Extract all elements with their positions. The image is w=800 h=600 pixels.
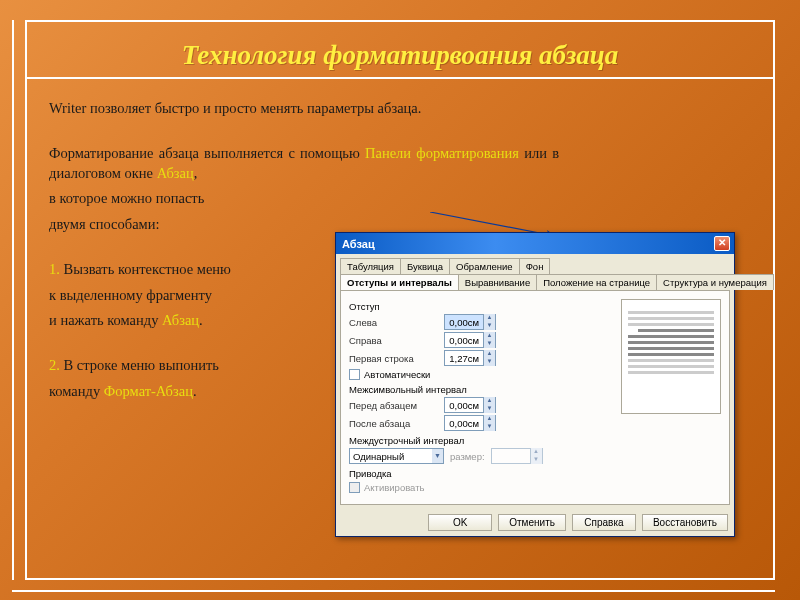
tab-dropcap[interactable]: Буквица	[400, 258, 450, 274]
label-before: Перед абзацем	[349, 400, 444, 411]
highlight-panel: Панели форматирования	[365, 145, 519, 161]
row-after: После абзаца 0,00см▲▼	[349, 415, 721, 431]
tabs-row-2: Отступы и интервалы Выравнивание Положен…	[336, 274, 734, 290]
decor-left-rule	[12, 20, 14, 580]
chevron-down-icon[interactable]: ▼	[432, 449, 443, 463]
help-button[interactable]: Справка	[572, 514, 636, 531]
tab-pageposition[interactable]: Положение на странице	[536, 274, 657, 290]
dialog-panel: Отступ Слева 0,00см▲▼ Справа 0,00см▲▼ Пе…	[340, 290, 730, 505]
select-line[interactable]: Одинарный ▼	[349, 448, 444, 464]
chevron-up-icon[interactable]: ▲	[483, 314, 495, 322]
title-underline	[27, 77, 773, 79]
tabs-row-1: Табуляция Буквица Обрамление Фон	[336, 254, 734, 274]
dialog-title: Абзац	[342, 238, 375, 250]
paragraph-preview	[621, 299, 721, 414]
line-3: в которое можно попасть	[49, 189, 751, 209]
section-register: Приводка	[349, 468, 721, 479]
row-line: Одинарный ▼ размер: ▲▼	[349, 448, 721, 464]
spinner-first[interactable]: 1,27см▲▼	[444, 350, 496, 366]
chevron-down-icon[interactable]: ▼	[483, 322, 495, 330]
section-line: Междустрочный интервал	[349, 435, 721, 446]
label-after: После абзаца	[349, 418, 444, 429]
paragraph-intro: Writer позволяет быстро и просто менять …	[49, 99, 751, 119]
dialog-buttonbar: OK Отменить Справка Восстановить	[336, 509, 734, 536]
tab-align[interactable]: Выравнивание	[458, 274, 537, 290]
tab-tabulation[interactable]: Табуляция	[340, 258, 401, 274]
close-icon[interactable]: ✕	[714, 236, 730, 251]
spinner-right[interactable]: 0,00см▲▼	[444, 332, 496, 348]
label-size: размер:	[450, 451, 485, 462]
spinner-size: ▲▼	[491, 448, 543, 464]
label-first: Первая строка	[349, 353, 444, 364]
checkbox-activate: Активировать	[349, 482, 721, 493]
label-right: Справа	[349, 335, 444, 346]
decor-bottom-rule	[12, 590, 775, 592]
ok-button[interactable]: OK	[428, 514, 492, 531]
dialog-titlebar[interactable]: Абзац ✕	[336, 233, 734, 254]
highlight-abzats: Абзац	[157, 165, 194, 181]
spinner-before[interactable]: 0,00см▲▼	[444, 397, 496, 413]
spinner-after[interactable]: 0,00см▲▼	[444, 415, 496, 431]
tab-outline[interactable]: Структура и нумерация	[656, 274, 774, 290]
paragraph-how: Форматирование абзаца выполняется с помо…	[49, 144, 559, 183]
label-left: Слева	[349, 317, 444, 328]
spinner-left[interactable]: 0,00см▲▼	[444, 314, 496, 330]
checkbox-box[interactable]	[349, 369, 360, 380]
cancel-button[interactable]: Отменить	[498, 514, 566, 531]
tab-background[interactable]: Фон	[519, 258, 551, 274]
paragraph-dialog: Абзац ✕ Табуляция Буквица Обрамление Фон…	[335, 232, 735, 537]
reset-button[interactable]: Восстановить	[642, 514, 728, 531]
slide-title: Технология форматирвоания абзаца	[49, 40, 751, 71]
tab-indents[interactable]: Отступы и интервалы	[340, 274, 459, 290]
tab-border[interactable]: Обрамление	[449, 258, 520, 274]
